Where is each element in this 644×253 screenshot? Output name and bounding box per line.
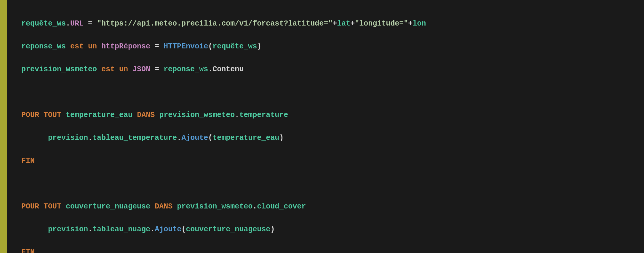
- property: tableau_nuage: [92, 225, 150, 234]
- code-line: POUR TOUT couverture_nuageuse DANS previ…: [21, 201, 426, 213]
- variable: prevision: [48, 134, 88, 142]
- variable: prevision_wsmeteo: [159, 111, 235, 119]
- paren: (: [208, 42, 212, 51]
- argument: couverture_nuageuse: [186, 225, 270, 234]
- argument: requête_ws: [212, 42, 257, 51]
- method: Ajoute: [155, 225, 181, 234]
- type: JSON: [132, 65, 150, 74]
- paren: (: [208, 134, 212, 142]
- keyword: POUR: [21, 202, 39, 211]
- code-editor[interactable]: requête_ws.URL = "https://api.meteo.prec…: [7, 0, 426, 253]
- dot: .: [88, 225, 92, 234]
- paren: ): [279, 134, 284, 142]
- property: tableau_temperature: [92, 134, 177, 142]
- property: cloud_cover: [257, 202, 306, 211]
- operator: =: [150, 65, 164, 74]
- dot: .: [150, 225, 155, 234]
- operator: +: [333, 19, 337, 28]
- variable: prevision_wsmeteo: [177, 202, 253, 211]
- variable: couverture_nuageuse: [66, 202, 150, 211]
- dot: .: [208, 65, 212, 74]
- code-line: prevision.tableau_temperature.Ajoute(tem…: [21, 132, 426, 144]
- variable: prevision_wsmeteo: [21, 65, 97, 74]
- dot: .: [235, 111, 239, 119]
- dot: .: [253, 202, 257, 211]
- keyword: FIN: [21, 248, 35, 253]
- variable: reponse_ws: [164, 65, 208, 74]
- keyword: POUR: [21, 111, 39, 119]
- variable: temperature_eau: [66, 111, 132, 119]
- code-line: prevision_wsmeteo est un JSON = reponse_…: [21, 64, 426, 75]
- keyword: FIN: [21, 156, 35, 165]
- keyword: DANS: [137, 111, 155, 119]
- string-literal: "https://api.meteo.precilia.com/v1/forca…: [97, 19, 333, 28]
- dot: .: [88, 134, 92, 142]
- keyword: TOUT: [44, 202, 61, 211]
- paren: (: [181, 225, 186, 234]
- code-line: FIN: [21, 247, 426, 253]
- operator: +: [408, 19, 413, 28]
- operator: +: [350, 19, 355, 28]
- code-line: FIN: [21, 155, 426, 167]
- string-literal: "longitude=": [355, 19, 408, 28]
- code-line: POUR TOUT temperature_eau DANS prevision…: [21, 110, 426, 121]
- code-line: prevision.tableau_nuage.Ajoute(couvertur…: [21, 224, 426, 235]
- property: temperature: [239, 111, 288, 119]
- editor-gutter: [0, 0, 7, 253]
- operator: =: [84, 19, 97, 28]
- variable: lon: [413, 19, 426, 28]
- blank-line: [21, 87, 426, 98]
- function: HTTPEnvoie: [164, 42, 208, 51]
- dot: .: [177, 134, 181, 142]
- argument: temperature_eau: [212, 134, 279, 142]
- keyword: est un: [97, 65, 132, 74]
- code-line: reponse_ws est un httpRéponse = HTTPEnvo…: [21, 41, 426, 53]
- keyword: DANS: [155, 202, 172, 211]
- keyword: TOUT: [44, 111, 61, 119]
- keyword: est un: [66, 42, 101, 51]
- variable: requête_ws: [21, 19, 66, 28]
- property: Contenu: [212, 65, 244, 74]
- code-line: requête_ws.URL = "https://api.meteo.prec…: [21, 18, 426, 30]
- variable: reponse_ws: [21, 42, 66, 51]
- paren: ): [270, 225, 275, 234]
- variable: lat: [337, 19, 350, 28]
- blank-line: [21, 178, 426, 190]
- type: httpRéponse: [101, 42, 150, 51]
- operator: =: [150, 42, 164, 51]
- property: URL: [70, 19, 84, 28]
- paren: ): [257, 42, 261, 51]
- method: Ajoute: [181, 134, 208, 142]
- variable: prevision: [48, 225, 88, 234]
- dot: .: [66, 19, 70, 28]
